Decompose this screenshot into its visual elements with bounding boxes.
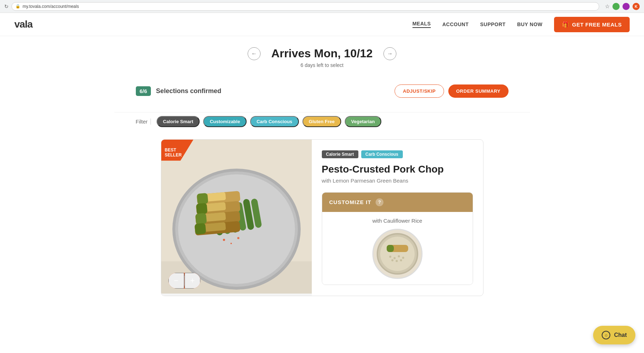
get-free-meals-label: GET FREE MEALS bbox=[572, 21, 622, 28]
week-subtitle: 6 days left to select bbox=[301, 62, 344, 68]
extension-purple-icon bbox=[622, 3, 630, 10]
filter-customizable[interactable]: Customizable bbox=[203, 116, 247, 127]
customize-title: CUSTOMIZE IT bbox=[329, 199, 372, 205]
lock-icon: 🔒 bbox=[15, 4, 20, 9]
increase-quantity-button[interactable]: + bbox=[185, 273, 200, 289]
svg-point-33 bbox=[391, 259, 393, 261]
customize-help-button[interactable]: ? bbox=[376, 198, 383, 206]
meal-image-section: BEST SELLER bbox=[161, 140, 312, 296]
svg-point-26 bbox=[380, 237, 415, 271]
svg-rect-22 bbox=[196, 203, 207, 215]
meal-info-section: Calorie Smart Carb Conscious Pesto-Crust… bbox=[312, 140, 483, 296]
filter-calorie-smart[interactable]: Calorie Smart bbox=[157, 116, 200, 127]
page-content: ← Arrives Mon, 10/12 → 6 days left to se… bbox=[107, 36, 537, 318]
meal-tags: Calorie Smart Carb Conscious bbox=[322, 150, 473, 158]
customize-section: CUSTOMIZE IT ? with Cauliflower Rice bbox=[322, 192, 473, 285]
star-icon[interactable]: ☆ bbox=[605, 3, 610, 10]
cauliflower-rice-visual bbox=[376, 232, 419, 275]
url-bar[interactable]: 🔒 my.tovala.com/account/meals bbox=[11, 2, 599, 11]
filter-carb-conscious[interactable]: Carb Conscious bbox=[250, 116, 299, 127]
week-nav: ← Arrives Mon, 10/12 → bbox=[248, 47, 396, 60]
customize-header: CUSTOMIZE IT ? bbox=[322, 193, 473, 212]
url-text: my.tovala.com/account/meals bbox=[23, 4, 79, 9]
order-summary-button[interactable]: ORDER SUMMARY bbox=[448, 84, 509, 98]
customize-body: with Cauliflower Rice bbox=[322, 212, 473, 285]
filter-tags: Calorie Smart Customizable Carb Consciou… bbox=[157, 116, 381, 127]
svg-rect-23 bbox=[195, 213, 207, 225]
decrease-quantity-button[interactable]: − bbox=[168, 273, 184, 289]
svg-point-31 bbox=[398, 255, 400, 257]
browser-chrome: ↻ 🔒 my.tovala.com/account/meals ☆ K bbox=[0, 0, 644, 13]
logo: vala bbox=[14, 19, 33, 30]
reload-icon[interactable]: ↻ bbox=[4, 4, 9, 9]
meal-food-visual bbox=[161, 140, 312, 294]
get-free-meals-button[interactable]: 🎁 GET FREE MEALS bbox=[554, 17, 630, 32]
meal-tag-calorie-smart: Calorie Smart bbox=[322, 150, 358, 158]
prev-week-button[interactable]: ← bbox=[248, 47, 261, 60]
meal-tag-carb-conscious: Carb Conscious bbox=[361, 150, 403, 158]
meal-subtitle: with Lemon Parmesan Green Beans bbox=[322, 178, 473, 184]
svg-rect-21 bbox=[196, 193, 208, 205]
filter-bar: Filter Calorie Smart Customizable Carb C… bbox=[114, 112, 530, 131]
meal-image bbox=[161, 140, 312, 294]
svg-point-35 bbox=[400, 259, 402, 261]
svg-point-34 bbox=[396, 260, 398, 262]
extension-green-icon bbox=[612, 3, 620, 10]
selection-actions: ADJUST/SKIP ORDER SUMMARY bbox=[395, 84, 508, 98]
selection-text: Selections confirmed bbox=[156, 87, 221, 95]
browser-toolbar: ☆ K bbox=[605, 3, 640, 10]
meal-card: BEST SELLER bbox=[161, 139, 483, 296]
meal-name: Pesto-Crusted Pork Chop bbox=[322, 163, 473, 175]
nav-link-account[interactable]: ACCOUNT bbox=[442, 21, 469, 27]
filter-gluten-free[interactable]: Gluten Free bbox=[302, 116, 341, 127]
customize-option-image[interactable] bbox=[372, 229, 423, 279]
svg-point-11 bbox=[230, 243, 232, 244]
next-week-button[interactable]: → bbox=[383, 47, 396, 60]
filter-label: Filter bbox=[136, 119, 151, 125]
nav-bar: vala MEALS ACCOUNT SUPPORT BUY NOW 🎁 GET… bbox=[0, 13, 644, 36]
selection-status: 6/6 Selections confirmed bbox=[136, 86, 221, 96]
filter-vegetarian[interactable]: Vegetarian bbox=[345, 116, 381, 127]
svg-point-30 bbox=[393, 257, 396, 259]
svg-rect-28 bbox=[387, 245, 394, 252]
week-title: Arrives Mon, 10/12 bbox=[271, 47, 373, 60]
svg-rect-24 bbox=[194, 223, 206, 235]
selection-badge: 6/6 bbox=[136, 86, 151, 96]
svg-point-29 bbox=[389, 256, 391, 258]
nav-link-meals[interactable]: MEALS bbox=[412, 21, 431, 28]
svg-point-12 bbox=[237, 237, 239, 239]
nav-link-buy-now[interactable]: BUY NOW bbox=[517, 21, 543, 27]
adjust-skip-button[interactable]: ADJUST/SKIP bbox=[395, 84, 444, 98]
customize-option-label: with Cauliflower Rice bbox=[329, 218, 466, 224]
nav-links: MEALS ACCOUNT SUPPORT BUY NOW 🎁 GET FREE… bbox=[412, 17, 630, 32]
selection-bar: 6/6 Selections confirmed ADJUST/SKIP ORD… bbox=[114, 79, 530, 103]
gift-icon: 🎁 bbox=[562, 21, 569, 28]
svg-point-10 bbox=[223, 239, 225, 241]
nav-link-support[interactable]: SUPPORT bbox=[480, 21, 506, 27]
svg-point-32 bbox=[402, 257, 404, 259]
user-icon: K bbox=[633, 3, 640, 10]
quantity-control: − + bbox=[168, 273, 201, 289]
week-header: ← Arrives Mon, 10/12 → 6 days left to se… bbox=[114, 47, 530, 68]
